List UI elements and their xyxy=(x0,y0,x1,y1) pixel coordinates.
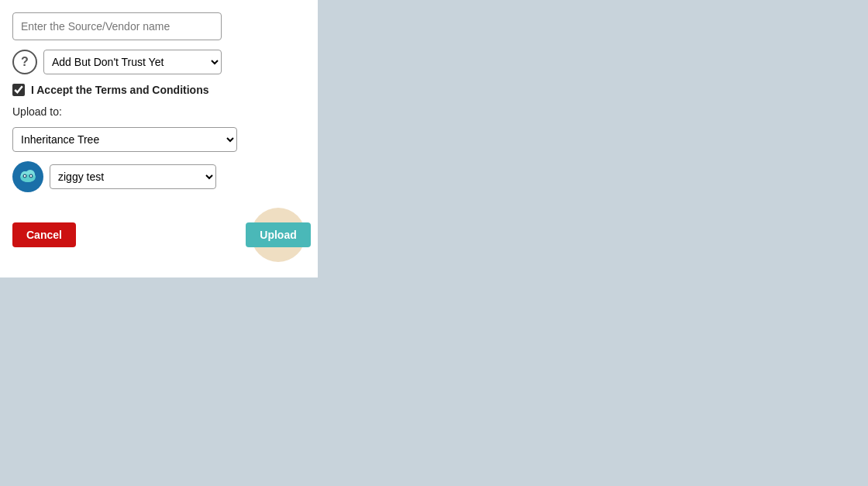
terms-checkbox[interactable] xyxy=(12,84,25,96)
source-vendor-input[interactable] xyxy=(12,12,222,40)
upload-button[interactable]: Upload xyxy=(246,222,310,247)
trust-row: ? Add But Don't Trust Yet Trust Fully Re… xyxy=(12,50,305,74)
help-icon: ? xyxy=(12,50,37,74)
account-icon xyxy=(12,161,43,192)
upload-to-label: Upload to: xyxy=(12,105,305,118)
account-row: ziggy test other account xyxy=(12,161,305,192)
trust-select[interactable]: Add But Don't Trust Yet Trust Fully Reje… xyxy=(43,50,222,74)
svg-point-6 xyxy=(24,175,26,177)
cancel-button[interactable]: Cancel xyxy=(12,222,76,247)
terms-label: I Accept the Terms and Conditions xyxy=(31,84,208,96)
upload-form-panel: ? Add But Don't Trust Yet Trust Fully Re… xyxy=(0,0,318,277)
upload-button-wrapper: Upload xyxy=(251,208,305,262)
account-select[interactable]: ziggy test other account xyxy=(50,164,216,189)
inheritance-tree-select[interactable]: Inheritance Tree Personal Tree World Tre… xyxy=(12,127,237,152)
terms-row: I Accept the Terms and Conditions xyxy=(12,84,305,96)
buttons-row: Cancel Upload xyxy=(12,202,305,265)
svg-point-7 xyxy=(30,175,32,177)
